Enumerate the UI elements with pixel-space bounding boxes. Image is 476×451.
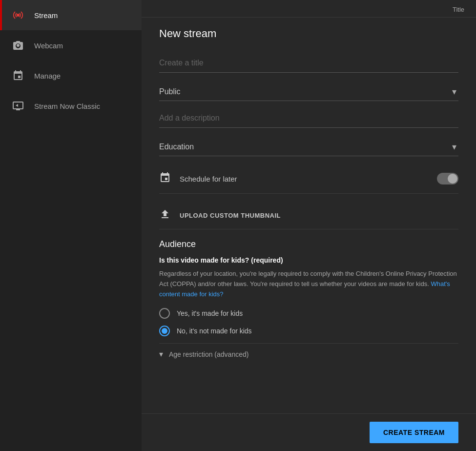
new-stream-heading: New stream — [159, 27, 458, 40]
svg-point-0 — [17, 14, 20, 17]
schedule-calendar-icon — [159, 172, 173, 185]
chevron-down-icon: ▾ — [159, 349, 163, 359]
main-content: Title New stream Public Private Unlisted… — [142, 0, 476, 451]
title-field — [159, 54, 458, 81]
age-restriction-row[interactable]: ▾ Age restriction (advanced) — [159, 343, 458, 365]
camera-icon — [12, 39, 24, 52]
calendar-icon — [12, 69, 24, 82]
sidebar: Stream Webcam Manage Stream Now Classic — [0, 0, 142, 451]
title-input[interactable] — [159, 54, 458, 73]
stream-classic-icon — [12, 100, 24, 112]
upload-thumbnail-row[interactable]: UPLOAD CUSTOM THUMBNAIL — [159, 202, 458, 229]
broadcast-icon — [12, 9, 24, 21]
sidebar-manage-label: Manage — [34, 72, 61, 80]
radio-inner-no — [162, 328, 167, 334]
description-field — [159, 109, 458, 136]
radio-outer-yes — [159, 308, 170, 319]
category-select[interactable]: Education Gaming Music News Sports Techn… — [159, 138, 458, 156]
sidebar-item-manage[interactable]: Manage — [0, 61, 142, 91]
upload-label: UPLOAD CUSTOM THUMBNAIL — [180, 212, 281, 219]
sidebar-stream-label: Stream — [34, 11, 58, 20]
form-container: New stream Public Private Unlisted ▾ Edu… — [142, 18, 476, 413]
sidebar-item-stream-now-classic[interactable]: Stream Now Classic — [0, 91, 142, 121]
radio-option-no-kids[interactable]: No, it's not made for kids — [159, 326, 458, 336]
toggle-knob — [448, 174, 457, 184]
kids-question: Is this video made for kids? (required) — [159, 256, 458, 264]
schedule-row: Schedule for later — [159, 164, 458, 194]
sidebar-stream-now-classic-label: Stream Now Classic — [34, 102, 100, 110]
category-select-wrapper: Education Gaming Music News Sports Techn… — [159, 138, 458, 156]
sidebar-item-stream[interactable]: Stream — [0, 0, 142, 30]
radio-option-yes-kids[interactable]: Yes, it's made for kids — [159, 308, 458, 319]
visibility-select-wrapper: Public Private Unlisted ▾ — [159, 82, 458, 101]
audience-title: Audience — [159, 239, 458, 249]
audience-section: Audience Is this video made for kids? (r… — [159, 239, 458, 365]
upload-icon — [159, 208, 173, 222]
kids-description: Regardless of your location, you're lega… — [159, 269, 458, 299]
radio-outer-no — [159, 326, 170, 336]
title-bar-label: Title — [453, 6, 464, 13]
radio-label-no: No, it's not made for kids — [177, 327, 252, 335]
radio-label-yes: Yes, it's made for kids — [177, 309, 243, 317]
footer: CREATE STREAM — [142, 413, 476, 451]
visibility-select[interactable]: Public Private Unlisted — [159, 82, 458, 101]
title-bar: Title — [142, 0, 476, 18]
sidebar-item-webcam[interactable]: Webcam — [0, 30, 142, 61]
schedule-toggle[interactable] — [437, 173, 458, 184]
create-stream-button[interactable]: CREATE STREAM — [370, 422, 458, 443]
schedule-label: Schedule for later — [180, 175, 437, 183]
age-restriction-label: Age restriction (advanced) — [169, 350, 248, 358]
description-input[interactable] — [159, 109, 458, 128]
sidebar-webcam-label: Webcam — [34, 41, 63, 50]
